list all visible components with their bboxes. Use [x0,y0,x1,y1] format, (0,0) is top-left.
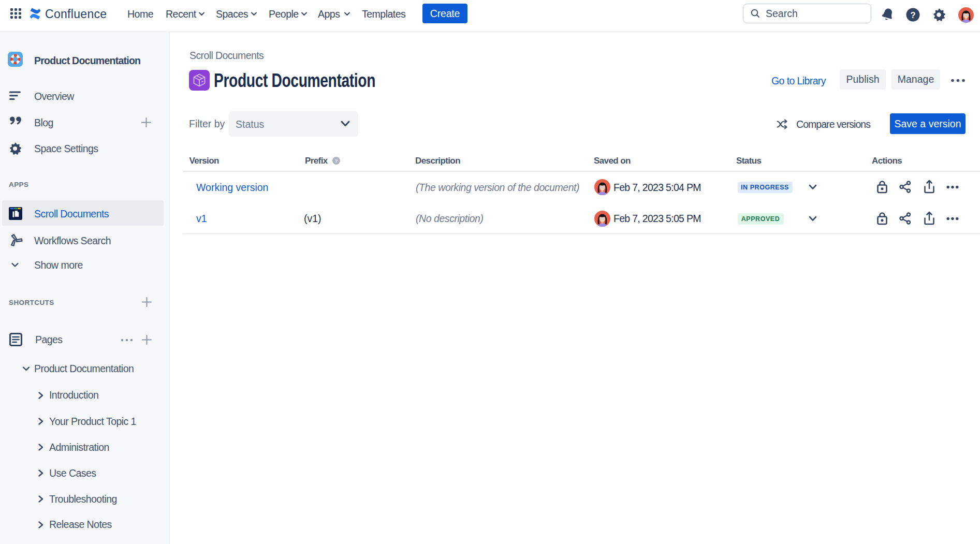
svg-text:?: ? [910,10,915,20]
svg-text:?: ? [335,158,338,164]
